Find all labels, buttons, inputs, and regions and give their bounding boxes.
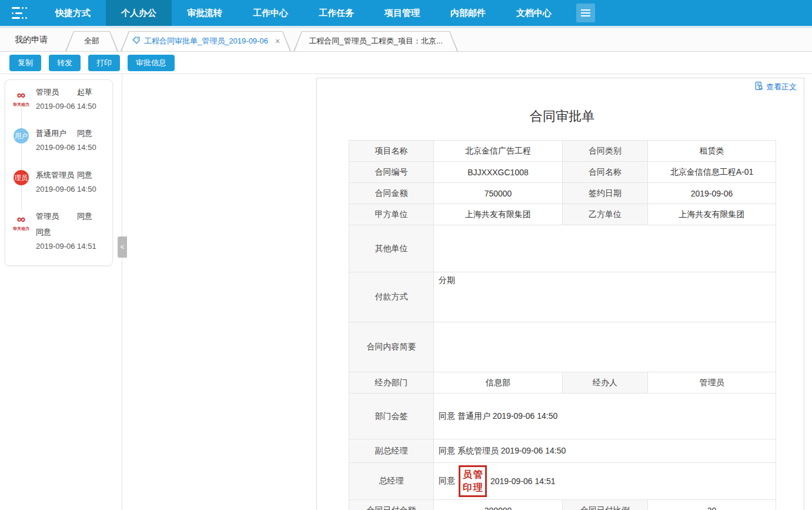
brand-symbol: ∞ — [17, 88, 25, 102]
field-label: 乙方单位 — [563, 204, 648, 225]
approval-action: 同意 — [77, 170, 92, 181]
approval-history-panel: ∞ 华天动力 管理员 起草 2019-09-06 14:50 用户 普通用户 同… — [5, 79, 113, 266]
field-label: 经办部门 — [349, 372, 434, 394]
field-label: 总经理 — [349, 463, 434, 500]
nav-item-approval-flow[interactable]: 审批流转 — [172, 0, 238, 26]
tab-engineering-contract[interactable]: 工程合同_管理员_工程类_项目：北京... — [293, 31, 458, 51]
history-item-draft[interactable]: ∞ 华天动力 管理员 起草 2019-09-06 14:50 — [14, 87, 108, 111]
field-value: 2019-09-06 — [648, 183, 776, 204]
field-value: 北京金信广告工程 — [434, 141, 563, 162]
table-row: 其他单位 — [349, 225, 776, 272]
approval-prefix: 同意 — [439, 476, 455, 486]
nav-item-shortcuts[interactable]: 快捷方式 — [40, 0, 106, 26]
table-row: 甲方单位 上海共友有限集团 乙方单位 上海共友有限集团 — [349, 204, 776, 225]
field-label: 合同名称 — [563, 162, 648, 183]
approver-name: 普通用户 — [36, 128, 66, 139]
admin-seal-stamp: 员 管 印 理 — [459, 465, 487, 497]
menu-icon[interactable] — [12, 7, 29, 19]
field-value: 同意 系统管理员 2019-09-06 14:50 — [434, 439, 776, 463]
table-row: 经办部门 信息部 经办人 管理员 — [349, 372, 776, 394]
approval-info-button[interactable]: 审批信息 — [128, 55, 175, 71]
field-value: 同意 普通用户 2019-09-06 14:50 — [434, 394, 776, 439]
table-row: 合同已付金额 300000 合同已付比例 30 — [349, 500, 776, 510]
approval-time: 2019-09-06 14:51 — [36, 242, 108, 251]
field-value — [434, 225, 776, 272]
field-value — [434, 322, 776, 372]
field-label: 合同已付金额 — [349, 500, 434, 510]
table-row: 项目名称 北京金信广告工程 合同类别 租赁类 — [349, 141, 776, 162]
approver-name: 管理员 — [36, 87, 59, 98]
more-menu-icon[interactable] — [576, 4, 595, 22]
form-title: 合同审批单 — [349, 108, 776, 125]
field-label: 其他单位 — [349, 225, 434, 272]
brand-name: 华天动力 — [9, 226, 34, 232]
field-value: 管理员 — [648, 372, 776, 394]
table-row: 合同内容简要 — [349, 322, 776, 372]
print-button[interactable]: 打印 — [88, 55, 120, 71]
tab-contract-approval-form[interactable]: 工程合同审批单_管理员_2019-09-06 × — [121, 31, 291, 51]
sidebar-divider — [122, 74, 122, 510]
field-label: 合同内容简要 — [349, 322, 434, 372]
tab-close-icon[interactable]: × — [275, 36, 280, 46]
field-value: 北京金信信息工程A-01 — [648, 162, 776, 183]
tag-icon — [132, 36, 141, 46]
top-navbar: 快捷方式 个人办公 审批流转 工作中心 工作任务 项目管理 内部邮件 文档中心 — [0, 0, 812, 26]
approval-time: 2019-09-06 14:50 — [36, 185, 108, 194]
table-row: 合同金额 750000 签约日期 2019-09-06 — [349, 183, 776, 204]
table-row: 副总经理 同意 系统管理员 2019-09-06 14:50 — [349, 439, 776, 463]
timeline-connector — [21, 104, 22, 215]
seal-char: 管 — [473, 468, 483, 481]
field-label: 合同类别 — [563, 141, 648, 162]
nav-item-work-tasks[interactable]: 工作任务 — [303, 0, 369, 26]
brand-logo-avatar: ∞ 华天动力 — [14, 211, 29, 226]
approval-time: 2019-09-06 14:50 — [36, 102, 108, 111]
field-value: 300000 — [434, 500, 563, 510]
nav-item-personal-office[interactable]: 个人办公 — [106, 0, 172, 26]
field-value: 租赁类 — [648, 141, 776, 162]
history-item-user-agree[interactable]: 用户 普通用户 同意 2019-09-06 14:50 — [14, 128, 108, 152]
avatar-text: 用户 — [15, 132, 28, 141]
tab-all[interactable]: 全部 — [65, 31, 118, 51]
nav-item-internal-mail[interactable]: 内部邮件 — [435, 0, 501, 26]
field-label: 甲方单位 — [349, 204, 434, 225]
view-body-link[interactable]: 查看正文 — [754, 81, 797, 92]
contract-table: 项目名称 北京金信广告工程 合同类别 租赁类 合同编号 BJJXXXGC1008… — [349, 140, 776, 510]
field-value: BJJXXXGC1008 — [434, 162, 563, 183]
table-row: 合同编号 BJJXXXGC1008 合同名称 北京金信信息工程A-01 — [349, 162, 776, 183]
field-label: 合同已付比例 — [563, 500, 648, 510]
field-label: 项目名称 — [349, 141, 434, 162]
brand-symbol: ∞ — [17, 212, 25, 226]
nav-item-work-center[interactable]: 工作中心 — [238, 0, 303, 26]
field-label: 副总经理 — [349, 439, 434, 463]
field-value: 信息部 — [434, 372, 563, 394]
table-row: 付款方式 分期 — [349, 272, 776, 322]
approval-action: 起草 — [77, 87, 92, 98]
field-value: 上海共友有限集团 — [434, 204, 563, 225]
user-avatar: 用户 — [14, 128, 29, 144]
tab-label: 工程合同_管理员_工程类_项目：北京... — [309, 36, 443, 46]
field-value: 分期 — [434, 272, 776, 322]
seal-char: 印 — [462, 481, 473, 494]
toolbar: 复制 转发 打印 审批信息 — [0, 52, 812, 74]
table-row: 部门会签 同意 普通用户 2019-09-06 14:50 — [349, 394, 776, 439]
nav-item-project-management[interactable]: 项目管理 — [369, 0, 435, 26]
contract-form-panel: 查看正文 合同审批单 项目名称 北京金信广告工程 合同类别 租赁类 合同编号 B… — [316, 78, 804, 510]
avatar-text: 理员 — [15, 174, 28, 182]
field-value: 30 — [648, 500, 776, 510]
field-label: 经办人 — [563, 372, 648, 394]
approval-time: 2019-09-06 14:50 — [36, 143, 108, 152]
history-item-sysadmin-agree[interactable]: 理员 系统管理员 同意 2019-09-06 14:50 — [14, 170, 108, 194]
table-row: 总经理 同意 员 管 印 理 2019-09-06 14:51 — [349, 463, 776, 500]
breadcrumb: 我的申请 — [15, 35, 48, 45]
history-item-admin-agree[interactable]: ∞ 华天动力 管理员 同意 同意 2019-09-06 14:51 — [14, 211, 108, 251]
copy-button[interactable]: 复制 — [9, 55, 41, 71]
nav-item-document-center[interactable]: 文档中心 — [501, 0, 567, 26]
user-avatar: 理员 — [14, 170, 29, 185]
approval-action: 同意 — [77, 211, 92, 222]
field-label: 合同编号 — [349, 162, 434, 183]
field-value: 750000 — [434, 183, 563, 204]
sidebar-collapse-handle[interactable]: < — [118, 236, 127, 258]
forward-button[interactable]: 转发 — [49, 55, 81, 71]
tab-label: 工程合同审批单_管理员_2019-09-06 — [144, 36, 268, 46]
approver-name: 系统管理员 — [36, 170, 74, 181]
